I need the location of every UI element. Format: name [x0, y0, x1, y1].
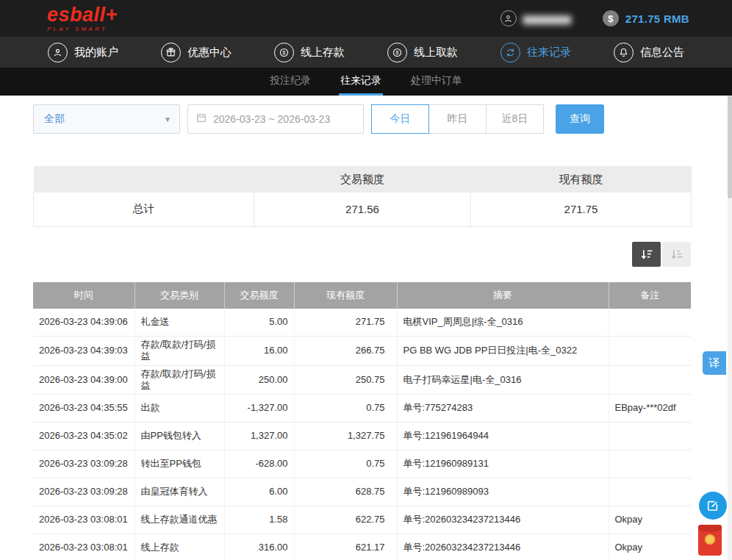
cell-summary: 单号:121961964944	[397, 423, 609, 450]
user-menu[interactable]: ▆▆▆▆▆▆	[500, 10, 572, 26]
date-range-picker[interactable]: 2026-03-23 ~ 2026-03-23	[187, 104, 364, 134]
red-packet-coin-icon	[705, 534, 715, 545]
sort-descending-button[interactable]	[632, 242, 661, 267]
cell-balance: 266.75	[294, 337, 397, 366]
summary-transaction-value: 271.56	[254, 193, 471, 226]
nav-item-label: 优惠中心	[187, 46, 232, 60]
cell-balance: 0.75	[294, 450, 397, 478]
cell-time: 2026-03-23 04:35:55	[33, 395, 134, 423]
feedback-edit-button[interactable]	[699, 492, 727, 520]
nav-item-deposit[interactable]: $ 线上存款	[274, 43, 345, 62]
cell-type: 由皇冠体育转入	[134, 478, 224, 506]
quick-date-buttons: 今日 昨日 近8日	[371, 104, 544, 134]
tab-processing-orders[interactable]: 处理中订单	[409, 68, 464, 96]
logo[interactable]: esball+ PLAY SMART	[47, 5, 118, 32]
cell-note: EBpay-***02df	[609, 395, 691, 423]
table-row: 2026-03-23 04:35:02由PP钱包转入1,327.001,327.…	[33, 423, 691, 450]
cell-time: 2026-03-23 04:35:02	[33, 423, 134, 450]
nav-item-my-account[interactable]: 我的账户	[48, 43, 118, 62]
topbar: esball+ PLAY SMART ▆▆▆▆▆▆ $ 271.75 RMB	[0, 0, 732, 37]
cell-balance: 271.75	[294, 309, 397, 337]
summary-total-label: 总计	[34, 193, 254, 226]
col-header-amount: 交易额度	[224, 282, 294, 309]
red-packet-button[interactable]	[698, 525, 722, 556]
cell-balance: 628.75	[294, 478, 397, 506]
cell-amount: -628.00	[224, 450, 294, 478]
nav-item-label: 往来记录	[527, 46, 571, 60]
cell-time: 2026-03-23 03:08:01	[33, 534, 134, 560]
content: 全部 ▼ 2026-03-23 ~ 2026-03-23 今日 昨日 近8日 查…	[0, 96, 732, 560]
calendar-icon	[195, 112, 207, 126]
tab-bet-records[interactable]: 投注纪录	[268, 68, 312, 96]
col-header-note: 备注	[609, 282, 691, 309]
cell-note	[609, 309, 691, 337]
scrollbar-thumb[interactable]	[728, 96, 732, 198]
nav-item-withdraw[interactable]: $ 线上取款	[387, 43, 458, 62]
cell-amount: 1.58	[224, 506, 294, 534]
table-row: 2026-03-23 04:39:06礼金送5.00271.75电棋VIP_周周…	[33, 309, 691, 337]
cell-summary: 单号:121960989093	[397, 478, 609, 506]
nav-item-label: 线上取款	[414, 46, 458, 60]
summary-header-transaction: 交易额度	[254, 166, 471, 193]
nav-item-label: 线上存款	[301, 46, 345, 60]
search-button[interactable]: 查询	[556, 104, 604, 134]
type-select[interactable]: 全部 ▼	[33, 104, 180, 134]
svg-text:$: $	[396, 50, 399, 55]
col-header-type: 交易类别	[134, 282, 224, 309]
translate-button[interactable]: 译	[703, 351, 726, 375]
cell-type: 线上存款通道优惠	[134, 506, 224, 534]
today-button[interactable]: 今日	[371, 104, 429, 134]
col-header-summary: 摘要	[397, 282, 609, 309]
summary-header-empty	[34, 166, 254, 193]
sort-ascending-button[interactable]	[662, 242, 691, 267]
cell-summary: 单号:775274283	[397, 395, 609, 423]
summary-total-row: 总计 271.56 271.75	[34, 193, 692, 226]
gift-icon	[161, 43, 181, 62]
cell-summary: 单号:202603234237213446	[397, 506, 609, 534]
table-row: 2026-03-23 04:35:55出款-1,327.000.75单号:775…	[33, 395, 691, 423]
balance-currency: RMB	[664, 12, 689, 25]
cell-summary: 电子打码幸运星|电-全_0316	[397, 365, 609, 395]
cell-type: 转出至PP钱包	[134, 450, 224, 478]
table-row: 2026-03-23 04:39:03存款/取款/打码/损益16.00266.7…	[33, 337, 691, 366]
summary-header-balance: 现有额度	[471, 166, 692, 193]
cell-type: 由PP钱包转入	[134, 423, 224, 450]
cell-summary: PG BB WG JDB PP日日投注|电-全_0322	[397, 337, 609, 366]
nav-item-announcements[interactable]: 信息公告	[614, 43, 684, 62]
table-row: 2026-03-23 03:08:01线上存款通道优惠1.58622.75单号:…	[33, 506, 691, 534]
balance-amount: 271.75	[625, 12, 661, 25]
cell-summary: 电棋VIP_周周息|综-全_0316	[397, 309, 609, 337]
username-blurred: ▆▆▆▆▆▆	[523, 13, 572, 24]
subtab-label: 处理中订单	[411, 74, 462, 87]
cell-balance: 250.75	[294, 365, 397, 395]
red-packet-flap	[698, 525, 722, 532]
cell-note	[609, 423, 691, 450]
table-row: 2026-03-23 03:09:28由皇冠体育转入6.00628.75单号:1…	[33, 478, 691, 506]
last-8-days-button[interactable]: 近8日	[486, 104, 544, 134]
tab-transaction-records[interactable]: 往来记录	[339, 68, 383, 96]
subtab-label: 往来记录	[340, 74, 381, 87]
withdraw-coin-icon: $	[387, 43, 407, 62]
cell-note: Okpay	[609, 506, 691, 534]
nav-item-transactions[interactable]: 往来记录	[500, 43, 571, 62]
cell-type: 线上存款	[134, 534, 224, 560]
dollar-coin-icon: $	[603, 10, 619, 26]
exchange-icon	[500, 43, 520, 62]
cell-amount: 1,327.00	[224, 423, 294, 450]
cell-amount: 6.00	[224, 478, 294, 506]
cell-time: 2026-03-23 04:39:06	[33, 309, 134, 337]
user-icon	[48, 43, 68, 62]
balance-text: 271.75 RMB	[625, 12, 689, 25]
nav-item-promotions[interactable]: 优惠中心	[161, 43, 232, 62]
cell-amount: -1,327.00	[224, 395, 294, 423]
cell-note	[609, 337, 691, 366]
avatar-icon	[500, 10, 517, 26]
main-nav: 我的账户 优惠中心 $ 线上存款 $ 线上取款	[0, 37, 732, 68]
cell-time: 2026-03-23 04:39:03	[33, 337, 134, 366]
yesterday-button[interactable]: 昨日	[428, 104, 487, 134]
cell-type: 存款/取款/打码/损益	[134, 337, 224, 366]
nav-item-label: 我的账户	[74, 46, 118, 60]
sort-controls	[33, 242, 691, 267]
balance[interactable]: $ 271.75 RMB	[603, 10, 689, 26]
compose-icon	[706, 498, 720, 513]
